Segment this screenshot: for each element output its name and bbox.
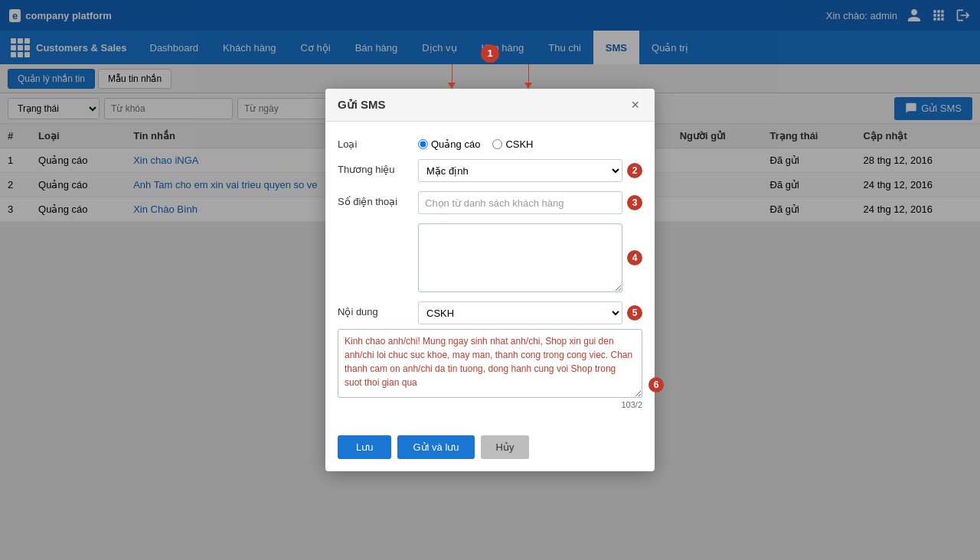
thuonghieu-label: Thương hiệu — [338, 159, 410, 175]
form-row-thuonghieu: Thương hiệu Mặc định 2 — [338, 159, 642, 182]
loai-cskh-label[interactable]: CSKH — [492, 138, 533, 150]
modal-wrapper: 1 Gửi SMS × Loại — [325, 89, 655, 222]
modal-body: Loại Quảng cáo CSKH — [325, 122, 655, 222]
annotation-step1: 1 — [448, 44, 532, 89]
modal-overlay: 1 Gửi SMS × Loại — [0, 0, 980, 222]
loai-label: Loại — [338, 134, 410, 150]
step1-badge: 1 — [481, 44, 499, 63]
arrow-right — [524, 64, 532, 89]
step2-badge: 2 — [627, 163, 642, 178]
loai-control: Quảng cáo CSKH — [418, 134, 642, 150]
step3-badge: 3 — [627, 195, 642, 210]
sodienthoai-control: 3 — [418, 191, 642, 214]
modal-header: Gửi SMS × — [325, 89, 655, 122]
arrows — [448, 64, 532, 89]
phone-input[interactable] — [418, 191, 622, 214]
arrow-left — [448, 64, 456, 89]
thuonghieu-select[interactable]: Mặc định — [418, 159, 622, 182]
form-row-loai: Loại Quảng cáo CSKH — [338, 134, 642, 150]
loai-cskh-radio[interactable] — [492, 139, 502, 149]
modal-dialog: Gửi SMS × Loại Quảng cáo — [325, 89, 655, 222]
loai-quangcao-label[interactable]: Quảng cáo — [418, 138, 480, 150]
thuonghieu-control: Mặc định 2 — [418, 159, 642, 182]
form-row-sodienthoai: Số điện thoại 3 — [338, 191, 642, 214]
modal-close-button[interactable]: × — [628, 98, 642, 112]
loai-radio-group: Quảng cáo CSKH — [418, 134, 642, 150]
modal-title: Gửi SMS — [338, 98, 386, 112]
loai-quangcao-radio[interactable] — [418, 139, 428, 149]
sodienthoai-label: Số điện thoại — [338, 191, 410, 207]
loai-cskh-text: CSKH — [505, 138, 533, 150]
loai-quangcao-text: Quảng cáo — [431, 138, 480, 150]
